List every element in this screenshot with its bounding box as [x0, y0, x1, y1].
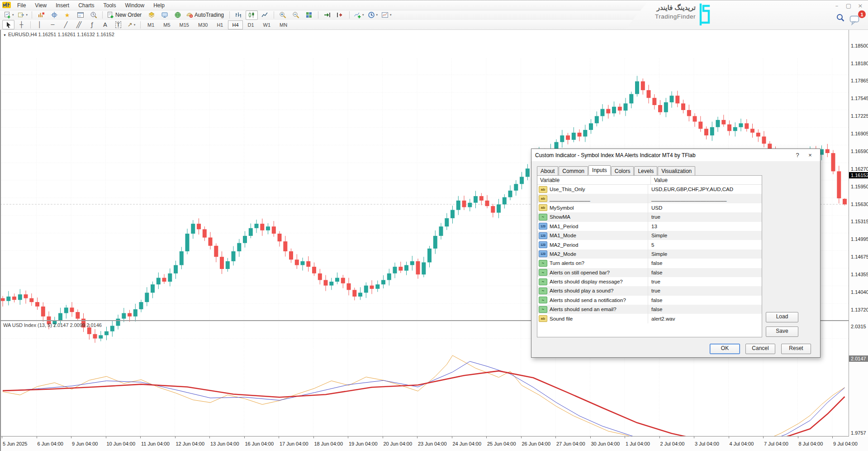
indicators-button[interactable]: ▾	[352, 10, 365, 20]
param-row[interactable]: abMySymbolUSD	[537, 203, 762, 212]
tab-levels[interactable]: Levels	[634, 166, 657, 176]
save-button[interactable]: Save	[766, 326, 798, 337]
symbol-caret-icon[interactable]	[3, 32, 6, 37]
param-value[interactable]: true	[648, 288, 660, 293]
close-icon[interactable]: ×	[857, 2, 863, 9]
strategy-tester-button[interactable]	[87, 10, 100, 20]
crosshair-button[interactable]: ┼	[15, 20, 28, 29]
dialog-close-button[interactable]: ×	[804, 152, 816, 158]
param-value[interactable]: Simple	[648, 251, 667, 257]
new-order-button[interactable]: New Order	[105, 10, 144, 20]
param-row[interactable]: abSound filealert2.wav	[537, 314, 762, 323]
metaeditor-button[interactable]	[145, 10, 157, 20]
dialog-help-button[interactable]: ?	[791, 152, 804, 158]
reset-button[interactable]: Reset	[781, 344, 811, 354]
tab-visualization[interactable]: Visualization	[658, 166, 695, 176]
timeframe-m30[interactable]: M30	[194, 20, 212, 29]
param-value[interactable]: Simple	[648, 233, 667, 238]
param-value[interactable]: true	[648, 279, 660, 284]
text-button[interactable]: A	[99, 20, 111, 29]
param-row[interactable]: 123MA1_Period13	[537, 222, 762, 231]
column-variable[interactable]: Variable	[537, 176, 651, 184]
autotrading-button[interactable]: AutoTrading	[185, 10, 227, 20]
menu-help[interactable]: Help	[149, 1, 169, 10]
column-value[interactable]: Value	[651, 177, 668, 183]
menu-view[interactable]: View	[30, 1, 51, 10]
menu-window[interactable]: Window	[121, 1, 149, 10]
load-button[interactable]: Load	[766, 312, 798, 322]
dialog-title-bar[interactable]: Custom Indicator - Symbol Index MA Alert…	[531, 149, 820, 161]
tab-common[interactable]: Common	[559, 166, 588, 176]
trendline-button[interactable]: ╱	[60, 20, 72, 29]
param-value[interactable]: USD,EUR,GBP,CHF,JPY,AUD,CAD	[648, 187, 733, 192]
param-row[interactable]: 123MA1_ModeSimple	[537, 231, 762, 240]
virtual-hosting-button[interactable]	[158, 10, 171, 20]
price-axis[interactable]: 1.185001.181801.178651.175451.172251.169…	[849, 29, 868, 437]
tab-inputs[interactable]: Inputs	[588, 165, 611, 175]
terminal-button[interactable]	[74, 10, 86, 20]
new-chart-button[interactable]: ▾	[2, 10, 15, 20]
candlestick-chart-button[interactable]	[246, 10, 258, 20]
data-window-button[interactable]	[48, 10, 60, 20]
equidistant-channel-button[interactable]: ╱╱	[73, 20, 85, 29]
timeframe-h1[interactable]: H1	[213, 20, 227, 29]
notification-badge[interactable]: 1	[858, 10, 866, 18]
param-value[interactable]: alert2.wav	[648, 316, 675, 321]
arrows-button[interactable]: ↗▾	[125, 20, 138, 29]
chart-shift-button[interactable]	[334, 10, 346, 20]
timeframe-m1[interactable]: M1	[143, 20, 158, 29]
timeframe-mn[interactable]: MN	[275, 20, 291, 29]
timeframe-h4[interactable]: H4	[228, 20, 242, 29]
param-value[interactable]: false	[648, 260, 662, 266]
fibonacci-button[interactable]: ƒ	[86, 20, 98, 29]
community-button[interactable]	[171, 10, 184, 20]
menu-insert[interactable]: Insert	[51, 1, 74, 10]
param-row[interactable]: ~Alerts should send a notification?false	[537, 296, 762, 305]
minimize-icon[interactable]: –	[834, 2, 840, 9]
param-row[interactable]: ab______________________________________…	[537, 194, 762, 203]
parameters-table[interactable]: Variable Value abUse_This_OnlyUSD,EUR,GB…	[537, 175, 762, 337]
horizontal-line-button[interactable]: ─	[47, 20, 59, 29]
param-value[interactable]: __________________________	[648, 196, 726, 202]
param-value[interactable]: false	[648, 297, 662, 303]
bar-chart-button[interactable]	[232, 10, 245, 20]
param-row[interactable]: ~ShowMAtrue	[537, 212, 762, 221]
templates-button[interactable]: ▾	[380, 10, 393, 20]
param-row[interactable]: ~Alerts should play a sound?true	[537, 286, 762, 295]
param-row[interactable]: 123MA2_Period5	[537, 240, 762, 249]
menu-charts[interactable]: Charts	[74, 1, 99, 10]
tab-about[interactable]: About	[537, 166, 558, 176]
param-row[interactable]: ~Alerts should display message?true	[537, 277, 762, 286]
param-value[interactable]: USD	[648, 205, 662, 211]
param-value[interactable]: false	[648, 270, 662, 275]
param-value[interactable]: 13	[648, 224, 657, 229]
param-row[interactable]: ~Alerts should send an email?false	[537, 305, 762, 314]
param-row[interactable]: ~Alerts on still opened bar?false	[537, 268, 762, 277]
navigator-button[interactable]: ★	[61, 10, 73, 20]
zoom-in-button[interactable]	[277, 10, 289, 20]
ok-button[interactable]: OK	[710, 344, 740, 354]
tab-colors[interactable]: Colors	[611, 166, 634, 176]
param-value[interactable]: true	[648, 214, 660, 220]
periods-button[interactable]: ▾	[366, 10, 379, 20]
profiles-button[interactable]: ▾	[16, 10, 29, 20]
line-chart-button[interactable]	[259, 10, 271, 20]
zoom-out-button[interactable]	[290, 10, 302, 20]
time-axis[interactable]: 5 Jun 20256 Jun 04:009 Jun 04:0010 Jun 0…	[0, 437, 868, 451]
param-row[interactable]: ~Turn alerts on?false	[537, 259, 762, 268]
cursor-button[interactable]	[2, 20, 14, 29]
param-row[interactable]: abUse_This_OnlyUSD,EUR,GBP,CHF,JPY,AUD,C…	[537, 185, 762, 194]
search-icon[interactable]	[836, 13, 845, 24]
param-value[interactable]: 5	[648, 242, 654, 248]
text-label-button[interactable]: T	[112, 20, 124, 29]
timeframe-m15[interactable]: M15	[175, 20, 193, 29]
timeframe-m5[interactable]: M5	[159, 20, 174, 29]
timeframe-w1[interactable]: W1	[259, 20, 275, 29]
market-watch-button[interactable]	[35, 10, 47, 20]
auto-scroll-button[interactable]	[321, 10, 333, 20]
param-value[interactable]: false	[648, 307, 662, 312]
restore-icon[interactable]: ▢	[845, 2, 852, 9]
timeframe-d1[interactable]: D1	[244, 20, 258, 29]
param-row[interactable]: 123MA2_ModeSimple	[537, 249, 762, 259]
menu-file[interactable]: File	[13, 1, 30, 10]
